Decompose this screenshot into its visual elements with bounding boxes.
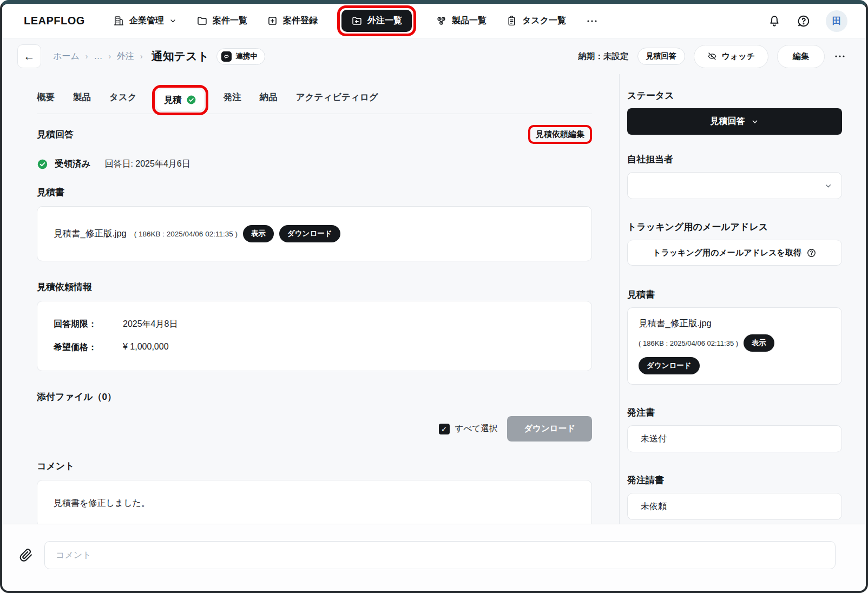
edit-button[interactable]: 編集 — [777, 45, 825, 68]
file-meta: ( 186KB : 2025/04/06 02:11:35 ) — [639, 339, 738, 347]
annotation-highlight-quote-tab: 見積 — [152, 85, 208, 115]
right-sidebar: ステータス 見積回答 自社担当者 トラッキング用のメールアドレス トラッキング用… — [619, 74, 866, 524]
status-dropdown-value: 見積回答 — [711, 116, 745, 127]
watch-button-label: ウォッチ — [722, 51, 755, 62]
nav-item-task-list[interactable]: タスク一覧 — [506, 15, 566, 27]
select-all-label: すべて選択 — [455, 423, 498, 434]
breadcrumb-separator: › — [86, 52, 88, 61]
building-icon — [113, 15, 124, 27]
breadcrumb-collapsed[interactable]: … — [94, 51, 102, 61]
quote-response-header: 見積回答 見積依頼編集 — [37, 125, 592, 144]
assignee-select[interactable] — [627, 172, 842, 199]
breadcrumb-separator: › — [108, 52, 111, 61]
main-nav: 企業管理 案件一覧 案件登録 — [113, 5, 599, 36]
nav-label: 製品一覧 — [452, 15, 486, 27]
tracking-section-title: トラッキング用のメールアドレス — [627, 221, 842, 233]
page-more-button[interactable] — [833, 50, 846, 63]
app-window: LEAPFLOG 企業管理 案件一覧 — [0, 0, 868, 593]
back-button[interactable]: ← — [17, 44, 41, 68]
due-date-label: 納期：未設定 — [578, 51, 629, 62]
nav-item-outsource-list[interactable]: 外注一覧 — [341, 10, 412, 32]
tab-overview[interactable]: 概要 — [37, 91, 55, 106]
request-info-card: 回答期限： 2025年4月8日 希望価格： ¥ 1,000,000 — [37, 301, 592, 371]
nav-item-case-list[interactable]: 案件一覧 — [196, 15, 247, 27]
tab-activity-log[interactable]: アクティビティログ — [296, 91, 378, 106]
status-dropdown-button[interactable]: 見積回答 — [627, 108, 842, 135]
assignee-section-title: 自社担当者 — [627, 153, 842, 166]
price-label: 希望価格： — [54, 342, 123, 353]
quote-request-edit-link[interactable]: 見積依頼編集 — [532, 128, 588, 141]
breadcrumb-separator: › — [140, 52, 143, 61]
help-icon[interactable] — [797, 14, 811, 28]
question-circle-icon — [806, 248, 817, 258]
nav-item-case-register[interactable]: 案件登録 — [267, 15, 318, 27]
breadcrumb-outsource[interactable]: 外注 — [117, 51, 134, 62]
status-badge: 見積回答 — [637, 48, 685, 65]
chevron-down-icon — [824, 181, 833, 190]
comment-card: 見積書を修正しました。 — [37, 480, 592, 527]
check-circle-icon — [186, 95, 196, 105]
tab-order[interactable]: 発注 — [223, 91, 241, 106]
tab-product[interactable]: 製品 — [73, 91, 91, 106]
main-column: 概要 製品 タスク 見積 発注 納品 アクティビティログ 見積回答 — [2, 74, 619, 524]
price-value: ¥ 1,000,000 — [123, 342, 169, 353]
file-view-button[interactable]: 表示 — [243, 225, 274, 242]
header-actions: 田 — [767, 10, 847, 32]
tab-delivery[interactable]: 納品 — [260, 91, 278, 106]
chevron-down-icon — [169, 17, 177, 25]
nav-label: タスク一覧 — [522, 15, 566, 27]
file-name: 見積書_修正版.jpg — [639, 318, 831, 330]
breadcrumb-home[interactable]: ホーム — [53, 51, 80, 62]
quote-response-title: 見積回答 — [37, 128, 74, 141]
paperclip-icon[interactable] — [18, 548, 34, 563]
file-meta-row: ( 186KB : 2025/04/06 02:11:35 ) 表示 — [639, 334, 831, 352]
top-navigation-bar: LEAPFLOG 企業管理 案件一覧 — [2, 4, 866, 38]
notification-bell-icon[interactable] — [767, 14, 781, 28]
deadline-value: 2025年4月8日 — [123, 319, 177, 330]
request-info-title: 見積依頼情報 — [37, 281, 592, 293]
status-section-title: ステータス — [627, 89, 842, 102]
nav-item-product-list[interactable]: 製品一覧 — [436, 15, 486, 27]
comment-section-title: コメント — [37, 460, 592, 472]
deadline-row: 回答期限： 2025年4月8日 — [54, 319, 575, 330]
watch-button[interactable]: ウォッチ — [694, 45, 768, 68]
tab-quote-label: 見積 — [164, 94, 182, 106]
user-avatar[interactable]: 田 — [826, 10, 847, 32]
deadline-label: 回答期限： — [54, 319, 123, 330]
content-area: 概要 製品 タスク 見積 発注 納品 アクティビティログ 見積回答 — [2, 74, 866, 524]
comment-input[interactable] — [44, 541, 836, 569]
folder-icon — [196, 15, 208, 27]
tracking-email-button[interactable]: トラッキング用のメールアドレスを取得 — [627, 240, 842, 266]
tab-quote[interactable]: 見積 — [156, 89, 204, 111]
attachments-title: 添付ファイル（0） — [37, 391, 592, 403]
file-view-button[interactable]: 表示 — [744, 334, 774, 352]
file-download-button[interactable]: ダウンロード — [639, 357, 700, 374]
file-download-button[interactable]: ダウンロード — [279, 225, 340, 242]
nav-more-button[interactable] — [586, 15, 599, 28]
file-name: 見積書_修正版.jpg — [54, 228, 127, 240]
tracking-email-button-label: トラッキング用のメールアドレスを取得 — [653, 248, 801, 258]
attachments-download-button[interactable]: ダウンロード — [507, 416, 592, 442]
handshake-icon — [221, 51, 232, 62]
nav-label: 企業管理 — [129, 15, 164, 27]
order-confirmation-title: 発注請書 — [627, 474, 842, 486]
select-all-checkbox[interactable]: ✓ — [439, 424, 450, 434]
purchase-order-title: 発注書 — [627, 406, 842, 419]
annotation-highlight-outsource-nav: 外注一覧 — [337, 5, 416, 36]
sidebar-quote-doc-title: 見積書 — [627, 288, 842, 301]
price-row: 希望価格： ¥ 1,000,000 — [54, 342, 575, 353]
nav-item-company-management[interactable]: 企業管理 — [113, 15, 177, 27]
breadcrumb-bar: ← ホーム › … › 外注 › 通知テスト 連携中 納期：未設定 見積回答 ウ… — [2, 38, 866, 74]
brand-logo: LEAPFLOG — [24, 15, 85, 27]
page-title: 通知テスト — [152, 49, 209, 64]
breadcrumb: ホーム › … › 外注 › — [53, 51, 143, 62]
folder-output-icon — [351, 15, 363, 27]
received-check-icon — [37, 159, 48, 170]
eye-off-icon — [707, 51, 717, 61]
tab-task[interactable]: タスク — [109, 91, 137, 106]
link-status-badge: 連携中 — [216, 48, 265, 65]
received-status-label: 受領済み — [55, 158, 90, 170]
comment-input-bar — [2, 524, 866, 591]
sidebar-quote-file-card: 見積書_修正版.jpg ( 186KB : 2025/04/06 02:11:3… — [627, 307, 842, 385]
nav-label: 案件登録 — [283, 15, 318, 27]
